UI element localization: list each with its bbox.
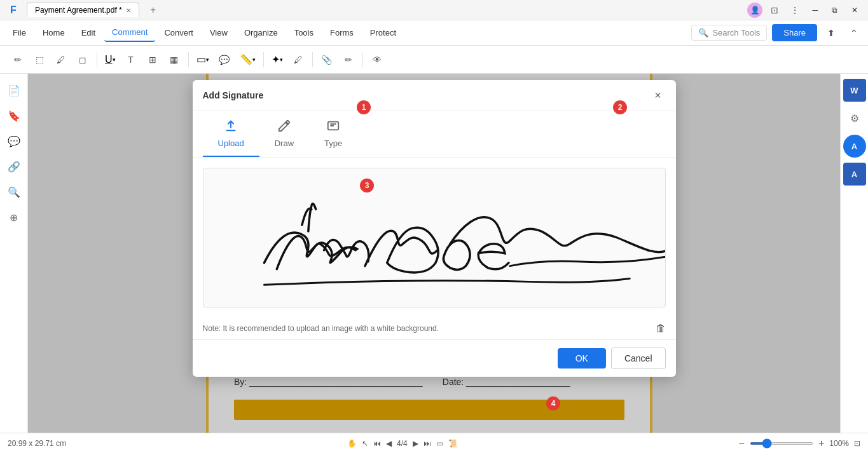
tab-payment-agreement[interactable]: Payment Agreement.pdf * ✕ [27,3,139,17]
stamp-tool[interactable]: ▦ [164,50,184,70]
select-tool-status[interactable]: ↖ [362,439,368,448]
toolbar-separator-2 [188,52,189,67]
underline-arrow: ▾ [113,57,116,63]
modal-overlay: Add Signature × Upload [28,74,840,433]
modal-close-button[interactable]: × [651,88,666,103]
restore-button[interactable]: ⧉ [827,3,843,17]
menubar: File Home Edit Comment Convert View Orga… [0,20,868,46]
underline-icon: U [105,54,113,65]
menu-view[interactable]: View [202,24,235,41]
ok-button[interactable]: OK [558,348,606,368]
modal-note-area: Note: It is recommended to upload an ima… [193,318,676,339]
menu-comment[interactable]: Comment [104,24,155,42]
sidebar-comments-icon[interactable]: 💬 [3,130,25,152]
zoom-slider[interactable] [750,442,813,445]
minimize-button[interactable]: ─ [807,3,823,17]
right-sidebar-word2-icon[interactable]: A [843,163,866,186]
statusbar: 20.99 x 29.71 cm ✋ ↖ ⏮ ◀ 4/4 ▶ ⏭ ▭ 📜 − +… [0,433,868,453]
menu-file[interactable]: File [5,24,34,41]
tab-draw[interactable]: Draw [259,111,309,157]
upload-tab-icon [224,119,238,136]
zoom-out-btn[interactable]: − [739,438,745,449]
panel-toggle-icon[interactable]: ⊡ [766,2,783,18]
edit-tool[interactable]: ✏ [338,50,359,70]
last-page-btn[interactable]: ⏭ [424,439,431,448]
next-page-btn[interactable]: ▶ [413,439,418,448]
menu-tools[interactable]: Tools [287,24,321,41]
stamp2-arrow: ▾ [280,57,283,63]
fit-page-btn[interactable]: ⊡ [854,439,860,448]
add-signature-modal: Add Signature × Upload [193,80,676,377]
signature-preview-area[interactable] [203,168,666,308]
measure-icon: 📏 [240,53,252,65]
prev-page-btn[interactable]: ◀ [386,439,392,448]
textbox-tool[interactable]: ⊞ [142,50,163,70]
eraser-tool[interactable]: ◻ [72,50,93,70]
modal-title: Add Signature [203,90,264,100]
text-tool[interactable]: T [121,50,141,70]
main-area: 📄 🔖 💬 🔗 🔍 ⊕ By: ________________________… [0,74,868,433]
page-current: 4 [397,439,401,448]
eye-tool[interactable]: 👁 [367,50,387,70]
measure-arrow: ▾ [252,57,256,63]
modal-tabs: Upload Draw [193,111,676,158]
shapes-tool[interactable]: ▭ ▾ [193,51,213,68]
menu-home[interactable]: Home [35,24,72,41]
avatar-icon[interactable]: 👤 [747,3,762,18]
close-button[interactable]: ✕ [846,3,863,17]
menu-forms[interactable]: Forms [322,24,361,41]
hand-tool-status[interactable]: ✋ [347,439,357,448]
tab-close[interactable]: ✕ [126,7,131,14]
cancel-button[interactable]: Cancel [611,348,666,369]
menu-convert[interactable]: Convert [156,24,201,41]
toolbar-separator-4 [312,52,313,67]
right-sidebar-settings-icon[interactable]: ⚙ [843,107,866,130]
menu-edit[interactable]: Edit [74,24,103,41]
toolbar: ✏ ⬚ 🖊 ◻ U ▾ T ⊞ ▦ ▭ ▾ 💬 📏 ▾ ✦ ▾ 🖊 📎 ✏ 👁 [0,46,868,74]
right-sidebar: W ⚙ A A [840,74,868,433]
menu-protect[interactable]: Protect [362,24,404,41]
app-icon: F [5,2,22,18]
signature-image [203,168,665,307]
tab-upload-label: Upload [218,139,244,148]
collapse-icon[interactable]: ⌃ [845,24,863,42]
signature-tool[interactable]: 🖊 [288,50,308,70]
highlight-tool[interactable]: ✏ [8,50,28,70]
tab-type-label: Type [324,139,342,148]
tab-type[interactable]: Type [309,111,357,157]
single-page-btn[interactable]: ▭ [436,439,443,448]
menu-organize[interactable]: Organize [237,24,286,41]
sidebar-bookmarks-icon[interactable]: 🔖 [3,104,25,127]
tab-draw-label: Draw [275,139,294,148]
select-tool[interactable]: ⬚ [29,50,50,70]
pen-tool[interactable]: 🖊 [51,50,71,70]
more-options-icon[interactable]: ⋮ [787,2,803,18]
sidebar-search-icon[interactable]: 🔍 [3,180,25,203]
measure-tool[interactable]: 📏 ▾ [236,51,259,68]
sidebar-pages-icon[interactable]: 📄 [3,79,25,102]
draw-tab-icon [277,119,291,136]
new-tab-button[interactable]: + [144,1,162,19]
right-sidebar-ai-icon[interactable]: A [843,135,866,158]
titlebar-left: F Payment Agreement.pdf * ✕ + [5,1,162,19]
sidebar-layers-icon[interactable]: ⊕ [3,206,25,229]
type-tab-icon [326,119,340,136]
underline-tool[interactable]: U ▾ [101,51,120,68]
right-sidebar-word-icon[interactable]: W [843,79,866,102]
search-tools-input[interactable]: 🔍 Search Tools [691,25,767,41]
tab-title: Payment Agreement.pdf * [35,6,122,15]
comment-tool[interactable]: 💬 [214,50,235,70]
zoom-in-btn[interactable]: + [818,438,824,449]
share-button[interactable]: Share [772,24,817,41]
sidebar-links-icon[interactable]: 🔗 [3,155,25,178]
first-page-btn[interactable]: ⏮ [373,439,381,448]
attach-tool[interactable]: 📎 [317,50,337,70]
delete-icon[interactable]: 🗑 [656,323,666,334]
scroll-btn[interactable]: 📜 [448,439,458,448]
search-icon: 🔍 [698,28,708,37]
stamp2-tool[interactable]: ✦ ▾ [268,51,287,68]
stamp2-icon: ✦ [272,53,280,65]
upload-cloud-icon[interactable]: ⬆ [822,24,840,42]
shapes-arrow: ▾ [206,57,209,63]
tab-upload[interactable]: Upload [203,111,259,157]
